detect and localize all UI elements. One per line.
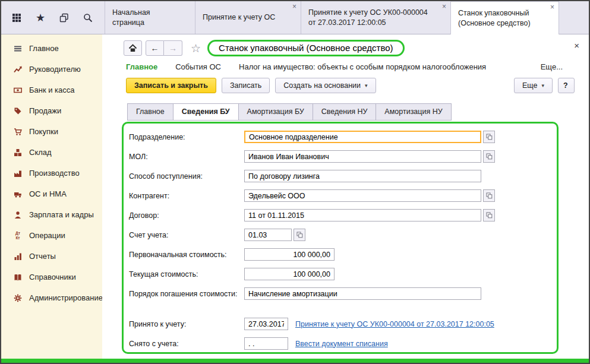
field-row-responsible-person: МОЛ: xyxy=(129,147,551,166)
sidebar-item-production[interactable]: Производство xyxy=(1,163,102,183)
close-icon[interactable]: × xyxy=(550,3,554,11)
favorites-button[interactable]: ★ xyxy=(33,11,48,25)
global-tools: ★ xyxy=(1,1,105,34)
sidebar-item-operations[interactable]: ДтКт Операции xyxy=(1,225,102,246)
form-tab-accounting-info[interactable]: Сведения БУ xyxy=(173,103,238,121)
document-area: × ← → ☆ xyxy=(102,34,589,359)
window-tab-home[interactable]: Начальная страница xyxy=(105,1,195,34)
more-button[interactable]: Еще ▾ xyxy=(514,78,553,93)
acceptance-document-link[interactable]: Принятие к учету ОС УК00-000004 от 27.03… xyxy=(295,320,494,328)
history-button[interactable] xyxy=(57,11,71,25)
counterparty-input[interactable] xyxy=(244,189,481,202)
search-button[interactable] xyxy=(81,11,95,25)
trend-chart-icon xyxy=(13,65,23,74)
search-icon xyxy=(83,13,93,23)
content-area: Главное Руководителю Банк и касса Продаж… xyxy=(1,34,589,359)
account-input[interactable] xyxy=(244,229,292,241)
home-button[interactable] xyxy=(124,40,142,56)
current-cost-input[interactable] xyxy=(244,268,335,280)
form-tab-main[interactable]: Главное xyxy=(127,103,173,121)
form-tab-tax-depreciation[interactable]: Амортизация НУ xyxy=(376,103,451,121)
responsible-person-picker-button[interactable] xyxy=(483,150,495,163)
caret-down-icon: ▾ xyxy=(365,83,368,88)
window-tab-label: Станок упаковочный (Основное средство) xyxy=(458,8,544,28)
price-tag-icon xyxy=(13,106,23,116)
retired-date-input[interactable] xyxy=(244,337,288,350)
back-button[interactable]: ← xyxy=(146,40,164,56)
accepted-date-input[interactable] xyxy=(244,318,288,330)
department-input[interactable] xyxy=(244,131,481,143)
sidebar-item-manager[interactable]: Руководителю xyxy=(1,59,102,80)
form-fields-panel: Подразделение: МОЛ: xyxy=(122,122,559,354)
caret-down-icon: ▾ xyxy=(541,83,544,88)
counterparty-picker-button[interactable] xyxy=(483,189,495,202)
document-header: ← → ☆ Станок упаковочный (Основное средс… xyxy=(102,34,589,58)
field-row-counterparty: Контрагент: xyxy=(129,186,551,205)
field-label: Первоначальная стоимость: xyxy=(129,251,244,259)
save-button[interactable]: Записать xyxy=(222,78,270,93)
person-icon xyxy=(13,210,23,220)
top-toolbar: ★ Начальная страница Принятие к учету xyxy=(1,1,589,34)
nav-item-more[interactable]: Еще... xyxy=(541,62,563,71)
field-row-receipt-method: Способ поступления: xyxy=(129,166,551,186)
department-picker-button[interactable] xyxy=(483,131,495,143)
initial-cost-input[interactable] xyxy=(244,248,335,261)
star-icon: ★ xyxy=(36,12,45,23)
main-menu-button[interactable] xyxy=(10,11,24,25)
close-icon[interactable]: × xyxy=(574,40,579,50)
form-tab-tax-info[interactable]: Сведения НУ xyxy=(313,103,376,121)
window-tab-label: Начальная страница xyxy=(112,8,181,27)
field-row-depreciation-method: Порядок погашения стоимости: xyxy=(129,284,551,303)
sidebar-item-payroll-hr[interactable]: Зарплата и кадры xyxy=(1,204,102,225)
pages-icon xyxy=(59,13,69,23)
write-off-document-link[interactable]: Ввести документ списания xyxy=(295,340,388,348)
banknote-icon xyxy=(13,86,23,95)
form-tab-bar: Главное Сведения БУ Амортизация БУ Сведе… xyxy=(102,99,589,121)
sidebar-item-bank-cash[interactable]: Банк и касса xyxy=(1,80,102,100)
sidebar-item-sales[interactable]: Продажи xyxy=(1,100,102,121)
field-label: Контрагент: xyxy=(129,192,244,200)
field-label: Принято к учету: xyxy=(129,320,244,328)
sidebar-item-purchases[interactable]: Покупки xyxy=(1,121,102,142)
save-and-close-button[interactable]: Записать и закрыть xyxy=(126,78,216,93)
close-icon[interactable]: × xyxy=(442,2,446,11)
truck-icon xyxy=(13,189,23,199)
sidebar-item-reports[interactable]: Отчеты xyxy=(1,246,102,267)
nav-item-property-tax[interactable]: Налог на имущество: объекты с особым пор… xyxy=(239,62,486,71)
create-based-on-button[interactable]: Создать на основании ▾ xyxy=(275,78,376,93)
sections-panel: Главное Руководителю Банк и касса Продаж… xyxy=(1,34,102,359)
sidebar-item-label: Руководителю xyxy=(29,65,81,74)
window-tab-asset-card[interactable]: Станок упаковочный (Основное средство) × xyxy=(450,1,559,34)
depreciation-method-input[interactable] xyxy=(244,287,481,300)
history-nav-group: ← → xyxy=(146,40,182,56)
receipt-method-input[interactable] xyxy=(244,170,481,182)
back-arrow-icon: ← xyxy=(151,43,159,53)
window-tab-acceptance-document[interactable]: Принятие к учету ОС УК00-000004 от 27.03… xyxy=(301,1,450,34)
field-row-current-cost: Текущая стоимость: xyxy=(129,264,551,284)
debit-credit-icon: ДтКт xyxy=(13,231,23,240)
cart-icon xyxy=(13,127,23,137)
sidebar-item-administration[interactable]: Администрирование xyxy=(1,287,102,308)
favorite-star-icon[interactable]: ☆ xyxy=(191,42,201,55)
window-tab-acceptance-list[interactable]: Принятие к учету ОС × xyxy=(195,1,301,34)
account-picker-button[interactable] xyxy=(294,229,305,241)
help-button[interactable]: ? xyxy=(558,78,575,93)
nav-item-asset-events[interactable]: События ОС xyxy=(175,62,221,71)
form-tab-accounting-depreciation[interactable]: Амортизация БУ xyxy=(238,103,313,121)
responsible-person-input[interactable] xyxy=(244,150,481,163)
boxes-icon xyxy=(13,148,23,157)
book-icon xyxy=(13,273,23,282)
window-tab-label: Принятие к учету ОС xyxy=(203,12,275,22)
forward-button[interactable]: → xyxy=(164,40,182,56)
sidebar-item-fixed-assets[interactable]: ОС и НМА xyxy=(1,183,102,204)
close-icon[interactable]: × xyxy=(292,2,296,11)
bar-chart-icon xyxy=(13,252,23,261)
sidebar-item-label: Производство xyxy=(29,169,80,178)
sidebar-item-directories[interactable]: Справочники xyxy=(1,267,102,287)
sidebar-item-main[interactable]: Главное xyxy=(1,38,102,59)
contract-picker-button[interactable] xyxy=(483,209,495,221)
sidebar-item-warehouse[interactable]: Склад xyxy=(1,142,102,163)
nav-item-main[interactable]: Главное xyxy=(126,62,157,71)
contract-input[interactable] xyxy=(244,209,481,221)
sidebar-item-label: Продажи xyxy=(29,106,61,115)
